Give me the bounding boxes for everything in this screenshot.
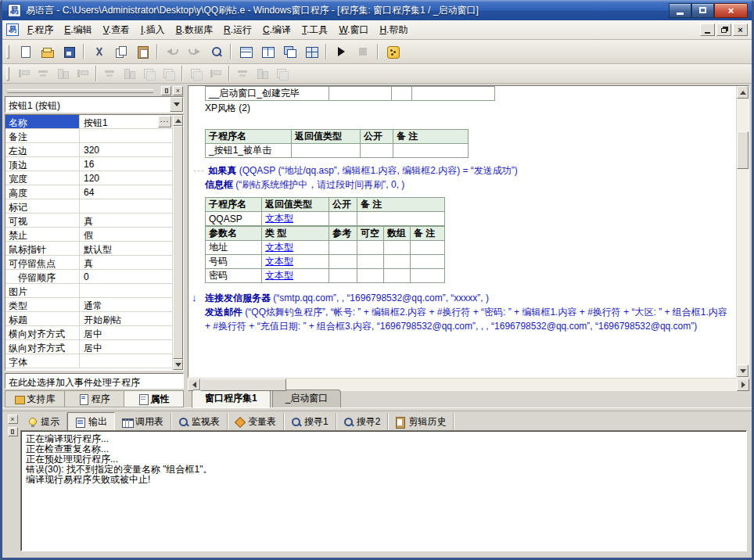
cut-icon[interactable] (88, 42, 109, 62)
new-file-icon[interactable] (15, 42, 35, 62)
properties-scrollbar[interactable] (172, 115, 183, 370)
tab-properties[interactable]: 属性 (124, 390, 184, 407)
save-icon[interactable] (59, 42, 79, 62)
tab-search-2[interactable]: 搜寻2 (336, 413, 389, 431)
scroll-right-icon[interactable] (737, 379, 749, 391)
tab-search-1[interactable]: 搜寻1 (284, 413, 336, 431)
find-icon[interactable] (206, 42, 226, 62)
mdi-minimize-button[interactable] (700, 23, 715, 36)
tab-call-table[interactable]: 调用表 (115, 413, 171, 431)
menu-item[interactable]: T.工具 (296, 20, 333, 40)
properties-panel: × 按钮1 (按钮) 名称按钮1...备注左边320顶边16宽度120高度64标… (5, 85, 184, 407)
menu-item[interactable]: V.查看 (98, 20, 135, 40)
toolbar-separator (156, 44, 158, 59)
open-file-icon[interactable] (37, 42, 57, 62)
document-icon[interactable]: 易 (6, 23, 19, 36)
property-row[interactable]: 横向对齐方式居中 (5, 326, 172, 340)
cascade-windows-icon[interactable] (279, 42, 300, 62)
event-handler-hint[interactable]: 在此处选择加入事件处理子程序 (5, 373, 184, 389)
property-row[interactable]: 纵向对齐方式居中 (5, 340, 172, 354)
tab-clipboard-history[interactable]: 剪辑历史 (388, 413, 454, 431)
tab-startup-window[interactable]: _启动窗口 (272, 389, 342, 407)
output-pin-icon[interactable] (8, 427, 18, 436)
maximize-icon (699, 7, 706, 13)
tab-variable-table[interactable]: 变量表 (228, 413, 284, 431)
scroll-down-icon[interactable] (737, 364, 749, 377)
same-width-icon (140, 66, 158, 81)
scroll-up-icon[interactable] (737, 86, 749, 99)
tile-horizontal-icon[interactable] (235, 42, 256, 62)
panel-close-icon[interactable]: × (173, 86, 183, 95)
property-value: 64 (80, 185, 172, 199)
menu-item[interactable]: E.编辑 (59, 20, 97, 40)
ellipsis-button[interactable]: ... (158, 116, 171, 127)
property-row[interactable]: 名称按钮1... (5, 115, 172, 129)
property-row[interactable]: 备注 (5, 129, 172, 143)
tab-output[interactable]: 输出 (67, 412, 115, 432)
search-icon (291, 417, 301, 427)
toolbar-grip[interactable] (6, 45, 9, 59)
property-row[interactable]: 停留顺序0 (5, 270, 172, 284)
property-row[interactable]: 字体 (5, 354, 172, 368)
tab-watch-table[interactable]: 监视表 (171, 413, 228, 431)
app-logo-icon[interactable]: 易 (8, 4, 21, 17)
menu-item[interactable]: W.窗口 (333, 20, 374, 40)
output-line: 正在检查重复名称... (26, 444, 741, 454)
tile-horizontal-icon (239, 45, 253, 58)
output-console[interactable]: 正在编译现行程序...正在检查重复名称...正在预处理现行程序...错误(30)… (20, 430, 747, 551)
tile-vertical-icon[interactable] (257, 42, 278, 62)
static-compile-icon[interactable] (382, 42, 403, 62)
menu-item[interactable]: R.运行 (218, 20, 257, 40)
scroll-thumb[interactable] (737, 131, 749, 169)
scroll-thumb[interactable] (200, 379, 286, 391)
run-icon[interactable] (331, 42, 351, 62)
align-left-icon (15, 66, 33, 81)
property-row[interactable]: 标记 (5, 199, 172, 214)
property-row[interactable]: 可停留焦点真 (5, 256, 172, 270)
maximize-button[interactable] (691, 3, 714, 18)
scroll-up-icon[interactable] (173, 115, 183, 126)
output-close-icon[interactable]: × (8, 415, 18, 424)
menu-item[interactable]: B.数据库 (171, 20, 218, 40)
minimize-button[interactable] (669, 3, 691, 18)
property-row[interactable]: 顶边16 (5, 157, 172, 171)
mdi-close-button[interactable]: × (733, 23, 748, 36)
property-row[interactable]: 禁止假 (5, 228, 172, 242)
property-row[interactable]: 高度64 (5, 185, 172, 199)
menu-item[interactable]: C.编译 (257, 20, 296, 40)
code-horizontal-scrollbar[interactable] (188, 379, 749, 391)
arrange-windows-icon[interactable] (301, 42, 321, 62)
code-vertical-scrollbar[interactable] (736, 86, 749, 377)
menu-item[interactable]: F.程序 (22, 20, 59, 40)
tab-window-program-set-1[interactable]: 窗口程序集1 (192, 389, 271, 407)
code-line: 发送邮件 (“QQ炫舞钓鱼程序”, “帐号: ” + 编辑框2.内容 + #换行… (205, 305, 733, 333)
code-editor[interactable]: __启动窗口_创建完毕XP风格 (2)子程序名返回值类型公开备 注_按钮1_被单… (188, 85, 749, 378)
close-button[interactable]: × (714, 3, 748, 18)
property-row[interactable]: 左边320 (5, 143, 172, 157)
property-row[interactable]: 标题开始刷钻 (5, 312, 172, 326)
align-h-center-icon (37, 67, 50, 80)
property-row[interactable]: 图片 (5, 284, 172, 298)
chevron-down-icon[interactable] (170, 97, 183, 112)
scroll-track[interactable] (737, 99, 749, 364)
property-row[interactable]: 宽度120 (5, 171, 172, 185)
menu-item[interactable]: H.帮助 (374, 20, 413, 40)
toolbar-grip[interactable] (6, 66, 9, 81)
scroll-track[interactable] (200, 379, 737, 391)
property-row[interactable]: 鼠标指针默认型 (5, 242, 172, 256)
find-icon (210, 45, 223, 58)
property-row[interactable]: 类型通常 (5, 298, 172, 312)
menu-item[interactable]: I.插入 (135, 20, 171, 40)
tab-support-library[interactable]: 支持库 (5, 390, 65, 407)
mdi-restore-button[interactable] (716, 23, 731, 36)
property-row[interactable]: 可视真 (5, 214, 172, 228)
scroll-thumb[interactable] (173, 126, 183, 359)
copy-icon[interactable] (110, 42, 131, 62)
object-selector[interactable]: 按钮1 (按钮) (5, 96, 184, 113)
tab-hints[interactable]: 提示 (20, 413, 67, 431)
paste-icon[interactable] (132, 42, 153, 62)
panel-pin-icon[interactable] (161, 86, 171, 95)
tab-program[interactable]: 程序 (65, 390, 124, 407)
scroll-down-icon[interactable] (173, 359, 183, 370)
code-content: __启动窗口_创建完毕XP风格 (2)子程序名返回值类型公开备 注_按钮1_被单… (188, 86, 736, 377)
